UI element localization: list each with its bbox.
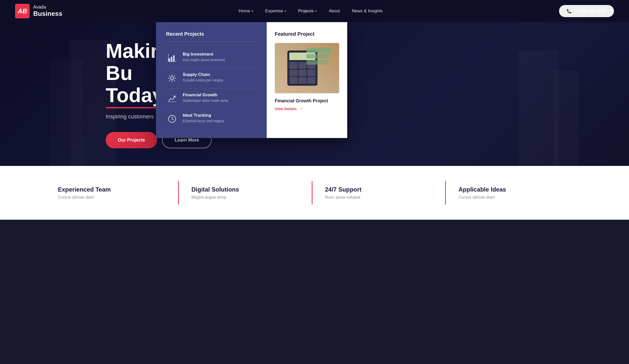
stat-name: Experienced Team bbox=[58, 186, 166, 193]
stat-item-experienced-team: Experienced Team Cursus ultrices diam bbox=[50, 181, 178, 205]
chevron-down-icon: ▾ bbox=[285, 9, 286, 13]
featured-image-content bbox=[275, 43, 339, 93]
stat-item-digital-solutions: Digital Solutions Magna augue temp bbox=[178, 181, 312, 205]
nav-item-expertise[interactable]: Expertise ▾ bbox=[265, 9, 286, 14]
project-name: Ideal Tracking bbox=[183, 113, 224, 118]
dropdown-right-panel: Featured Project bbox=[267, 22, 347, 138]
stat-name: Applicable Ideas bbox=[458, 186, 566, 193]
nav-item-about[interactable]: About bbox=[329, 9, 340, 14]
stat-desc: Magna augue temp bbox=[191, 195, 299, 200]
navbar: AB Avada Business Home ▾ Expertise ▾ Pro… bbox=[0, 0, 629, 22]
hero-section: Making Your Bu Today A Inspiring custome… bbox=[0, 0, 629, 166]
project-name: Supply Chain bbox=[183, 72, 223, 77]
stat-desc: Cursus ultrices diam bbox=[58, 195, 166, 200]
project-info: Financial Growth Scelerisque dolor matie… bbox=[183, 93, 228, 103]
arrow-right-icon: → bbox=[299, 106, 303, 111]
project-desc: Scelerisque dolor matie tamp bbox=[183, 99, 228, 103]
stat-desc: Cursus ultrices diam bbox=[458, 195, 566, 200]
nav-item-projects[interactable]: Projects ▾ bbox=[298, 9, 317, 14]
svg-rect-2 bbox=[173, 55, 175, 61]
chart-icon bbox=[166, 52, 178, 64]
project-desc: Euismod lacus sed magna bbox=[183, 119, 224, 123]
project-item-supply-chain[interactable]: Supply Chain Conubil nostra per cenpta bbox=[166, 68, 257, 88]
view-details-link[interactable]: View Details → bbox=[275, 106, 339, 111]
project-name: Financial Growth bbox=[183, 93, 228, 98]
project-desc: Auis sagtis ipsum praesent bbox=[183, 58, 225, 62]
project-desc: Conubil nostra per cenpta bbox=[183, 78, 223, 82]
clock-icon bbox=[166, 113, 178, 125]
stat-desc: Nunc quisa volutpat bbox=[325, 195, 433, 200]
featured-project-name: Financial Growth Project bbox=[275, 98, 339, 104]
logo[interactable]: AB Avada Business bbox=[15, 4, 62, 18]
stats-strip: Experienced Team Cursus ultrices diam Di… bbox=[0, 166, 629, 220]
nav-item-news[interactable]: News & Insights bbox=[352, 9, 383, 14]
chevron-down-icon: ▾ bbox=[315, 9, 317, 13]
featured-project-image bbox=[275, 43, 339, 93]
project-item-ideal-tracking[interactable]: Ideal Tracking Euismod lacus sed magna bbox=[166, 109, 257, 129]
stat-item-support: 24/7 Support Nunc quisa volutpat bbox=[312, 181, 445, 205]
projects-dropdown: Recent Projects Big Investment Auis sagt… bbox=[156, 22, 347, 138]
svg-rect-6 bbox=[168, 102, 176, 102]
project-name: Big Investment bbox=[183, 52, 225, 57]
stat-name: Digital Solutions bbox=[191, 186, 299, 193]
logo-icon: AB bbox=[15, 4, 30, 18]
dropdown-section-title: Recent Projects bbox=[166, 31, 257, 42]
project-info: Supply Chain Conubil nostra per cenpta bbox=[183, 72, 223, 82]
view-details-label: View Details bbox=[275, 107, 297, 111]
svg-rect-1 bbox=[171, 57, 172, 61]
phone-icon: 📞 bbox=[567, 9, 572, 14]
project-info: Big Investment Auis sagtis ipsum praesen… bbox=[183, 52, 225, 62]
our-projects-button[interactable]: Our Projects bbox=[106, 132, 157, 148]
project-item-financial-growth[interactable]: Financial Growth Scelerisque dolor matie… bbox=[166, 88, 257, 109]
dropdown-left-panel: Recent Projects Big Investment Auis sagt… bbox=[156, 22, 267, 138]
svg-rect-3 bbox=[168, 61, 176, 62]
brand-name-bottom: Business bbox=[33, 10, 62, 18]
nav-item-home[interactable]: Home ▾ bbox=[239, 9, 253, 14]
stat-name: 24/7 Support bbox=[325, 186, 433, 193]
logo-text: Avada Business bbox=[33, 5, 62, 18]
project-info: Ideal Tracking Euismod lacus sed magna bbox=[183, 113, 224, 123]
stat-item-applicable-ideas: Applicable Ideas Cursus ultrices diam bbox=[445, 181, 579, 205]
svg-rect-4 bbox=[168, 54, 169, 61]
phone-button[interactable]: 📞 +1 800 555 5555 bbox=[559, 5, 614, 17]
gear-icon bbox=[166, 72, 178, 84]
money-decoration bbox=[306, 48, 332, 65]
trending-icon bbox=[166, 93, 178, 105]
svg-rect-0 bbox=[169, 58, 170, 61]
brand-name-top: Avada bbox=[33, 5, 62, 10]
project-item-big-investment[interactable]: Big Investment Auis sagtis ipsum praesen… bbox=[166, 48, 257, 68]
featured-section-title: Featured Project bbox=[275, 31, 339, 37]
svg-point-5 bbox=[171, 77, 174, 80]
chevron-down-icon: ▾ bbox=[252, 9, 253, 13]
nav-links: Home ▾ Expertise ▾ Projects ▾ About News… bbox=[239, 9, 383, 14]
